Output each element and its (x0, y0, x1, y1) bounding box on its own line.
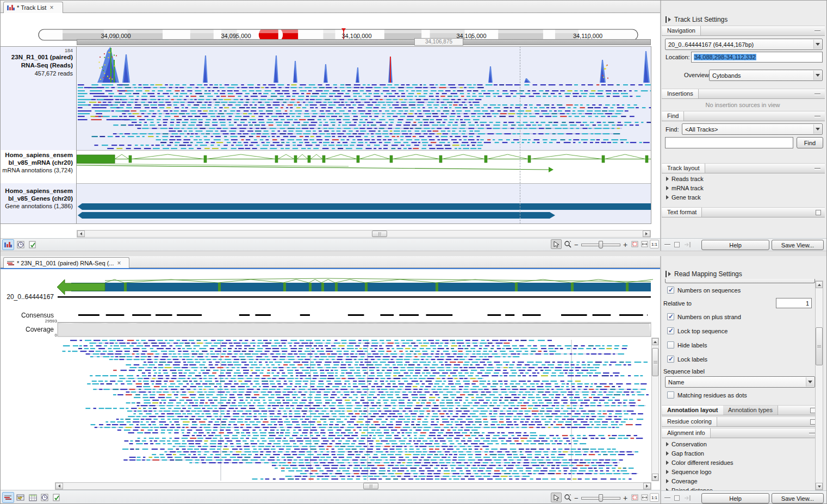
zoom-to-selection-icon[interactable] (630, 240, 639, 248)
scroll-down-icon[interactable] (652, 474, 658, 481)
zoom-out-icon[interactable]: − (574, 494, 579, 502)
track-list-view-icon[interactable] (2, 239, 14, 250)
history-view-icon[interactable] (15, 239, 27, 250)
relative-to-input[interactable]: 1 (776, 298, 812, 308)
zoom-to-selection-icon[interactable] (630, 493, 639, 502)
settings-header[interactable]: Read Mapping Settings (666, 270, 742, 278)
color-different-residues-expander[interactable]: Color different residues (666, 459, 733, 466)
zoom-in-icon[interactable]: + (623, 240, 627, 249)
matching-residues-checkbox[interactable] (667, 391, 674, 399)
annotation-group-header[interactable]: Annotation layout Annotation types (662, 405, 819, 415)
dock-panel-icon[interactable] (684, 242, 691, 247)
numbers-on-sequences-checkbox[interactable] (667, 287, 674, 294)
genome-select[interactable]: 20_0..64444167 (64,444,167bp) (665, 39, 823, 50)
track-layout-group-header[interactable]: Track layout (662, 163, 825, 173)
hide-labels-checkbox[interactable] (667, 341, 674, 349)
reads-track[interactable] (77, 46, 651, 150)
overview-select[interactable]: Cytobands (709, 70, 823, 81)
scroll-up-icon[interactable] (652, 338, 658, 345)
lock-labels-checkbox[interactable] (667, 356, 674, 363)
settings-header[interactable]: Track List Settings (666, 16, 727, 23)
track-info: mRNA annotations (3,724) (2, 167, 73, 173)
element-info-icon[interactable] (27, 239, 39, 250)
scroll-left-icon[interactable] (55, 483, 63, 489)
checkbox-label: Lock top sequence (677, 328, 727, 334)
residue-coloring-group-header[interactable]: Residue coloring (662, 416, 819, 427)
scroll-left-icon[interactable] (77, 231, 85, 237)
float-panel-icon[interactable] (674, 242, 680, 247)
scrollbar-thumb[interactable] (652, 348, 658, 376)
lock-top-sequence-checkbox[interactable] (667, 327, 674, 334)
scrollbar-thumb[interactable] (363, 483, 378, 489)
numbers-on-plus-strand-checkbox[interactable] (667, 313, 674, 320)
panel-splitter[interactable] (1, 251, 827, 256)
table-view-icon[interactable] (27, 492, 39, 503)
mrna-track[interactable] (77, 150, 651, 183)
save-view-button[interactable]: Save View... (772, 493, 824, 503)
location-input[interactable]: 34,088,298-34,112,332 (691, 52, 823, 63)
zoom-tool-icon[interactable] (562, 239, 573, 249)
track-list-icon (7, 4, 15, 11)
sequence-logo-expander[interactable]: Sequence logo (666, 469, 711, 475)
reads-track-expander[interactable]: Reads track (666, 176, 704, 182)
gap-fraction-expander[interactable]: Gap fraction (666, 450, 704, 457)
zoom-slider-thumb[interactable] (599, 241, 603, 248)
history-view-icon[interactable] (39, 492, 51, 503)
navigation-group-header[interactable]: Navigation (662, 26, 825, 36)
scroll-right-icon[interactable] (643, 483, 651, 489)
alignment-info-group-header[interactable]: Alignment info (662, 428, 819, 438)
zoom-in-icon[interactable]: + (623, 494, 627, 502)
close-icon[interactable]: × (116, 259, 122, 267)
find-button[interactable]: Find (797, 137, 823, 148)
tab-read-mapping[interactable]: * 23N_R1_001 (paired) RNA-Seq (... × (3, 257, 129, 269)
close-icon[interactable]: × (48, 4, 54, 11)
scrollbar-thumb[interactable] (372, 231, 387, 237)
read-mapping-view-icon[interactable] (2, 492, 14, 503)
zoom-tool-icon[interactable] (562, 493, 573, 502)
tab-track-list[interactable]: * Track List × (3, 2, 63, 13)
zoom-out-icon[interactable]: − (574, 241, 579, 249)
element-info-icon[interactable] (51, 492, 63, 503)
triangle-icon (666, 195, 669, 200)
fit-width-icon[interactable] (640, 240, 649, 248)
mrna-track-expander[interactable]: mRNA track (666, 185, 704, 191)
horizontal-scrollbar[interactable] (55, 482, 651, 490)
zoom-slider-thumb[interactable] (599, 494, 603, 502)
find-scope-select[interactable]: <All Tracks> (682, 123, 823, 135)
scroll-right-icon[interactable] (643, 231, 650, 237)
collapse-sidebar-icon[interactable] (664, 497, 670, 499)
save-view-button[interactable]: Save View... (772, 240, 824, 250)
coverage-expander[interactable]: Coverage (666, 478, 698, 484)
range-strip[interactable] (77, 39, 651, 45)
dock-panel-icon[interactable] (684, 495, 691, 501)
horizontal-scrollbar[interactable] (77, 230, 651, 238)
scroll-down-icon[interactable] (816, 483, 823, 490)
vertical-scrollbar[interactable] (651, 338, 659, 481)
tab-label: * 23N_R1_001 (paired) RNA-Seq (... (17, 260, 114, 266)
text-format-group-header[interactable]: Text format (662, 207, 825, 217)
reads-track-canvas (77, 47, 651, 150)
read-mapping-canvas[interactable] (55, 275, 653, 482)
export-table-icon[interactable] (15, 492, 27, 503)
float-panel-icon[interactable] (674, 495, 680, 501)
scrollbar-thumb[interactable] (816, 327, 823, 365)
cursor-tool-icon[interactable] (551, 493, 562, 502)
find-input[interactable] (665, 137, 793, 148)
conservation-expander[interactable]: Conservation (666, 441, 707, 447)
insertions-group-header[interactable]: Insertions (662, 89, 825, 99)
clipped-dropdown[interactable] (665, 279, 815, 283)
collapse-icon (814, 30, 820, 32)
one-to-one-icon[interactable]: 1:1 (650, 240, 659, 248)
scroll-up-icon[interactable] (816, 281, 823, 288)
find-group-header[interactable]: Find (662, 111, 825, 121)
help-button[interactable]: Help (701, 493, 769, 503)
help-button[interactable]: Help (701, 240, 769, 250)
gene-track-expander[interactable]: Gene track (666, 194, 701, 201)
collapse-sidebar-icon[interactable] (664, 244, 670, 246)
gene-track[interactable] (77, 183, 651, 224)
sequence-label-select[interactable]: Name (665, 376, 815, 388)
settings-scrollbar[interactable] (815, 281, 823, 490)
one-to-one-icon[interactable]: 1:1 (650, 493, 659, 502)
fit-width-icon[interactable] (640, 493, 649, 502)
cursor-tool-icon[interactable] (551, 239, 562, 249)
